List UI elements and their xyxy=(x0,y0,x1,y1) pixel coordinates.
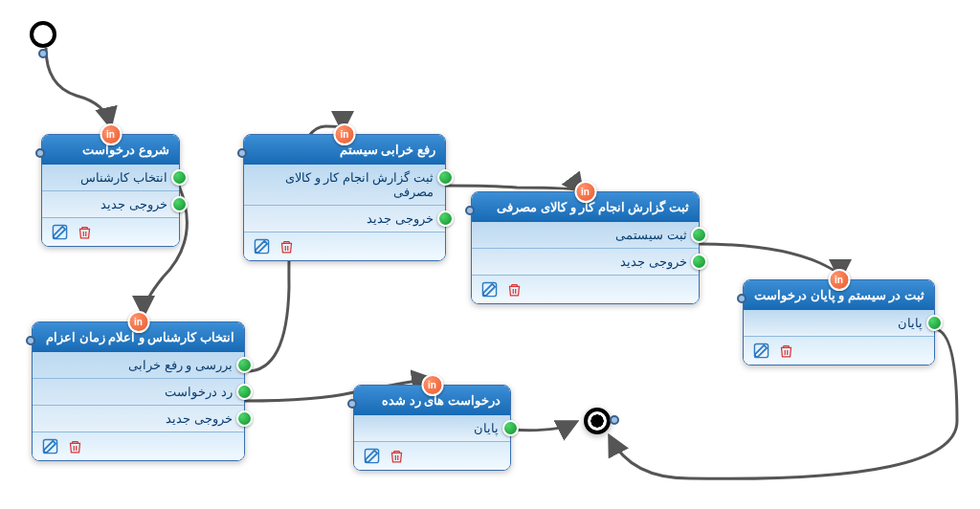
node-output[interactable]: رد درخواست xyxy=(33,378,244,405)
node-footer xyxy=(33,432,244,460)
end-in-port xyxy=(610,415,619,425)
trash-icon[interactable] xyxy=(507,281,522,298)
node-output[interactable]: انتخاب کارشناس xyxy=(42,165,179,190)
node-footer xyxy=(244,232,445,260)
edit-icon[interactable] xyxy=(254,238,270,254)
edit-icon[interactable] xyxy=(52,224,68,240)
svg-rect-4 xyxy=(365,449,378,462)
node-in-dot xyxy=(237,148,247,158)
in-port-icon: in xyxy=(334,123,356,145)
node-in-dot xyxy=(347,399,357,409)
trash-icon[interactable] xyxy=(68,438,82,454)
node-in-dot xyxy=(26,336,35,345)
node-footer xyxy=(472,275,699,303)
node-output[interactable]: خروجی جدید xyxy=(33,405,244,432)
svg-rect-3 xyxy=(43,439,56,453)
in-port-icon: in xyxy=(421,374,443,396)
edit-icon[interactable] xyxy=(753,343,769,359)
start-node[interactable] xyxy=(30,21,56,48)
node-output[interactable]: ثبت سیستمی xyxy=(472,222,699,248)
svg-rect-2 xyxy=(482,282,496,296)
edit-icon[interactable] xyxy=(42,438,58,454)
node-footer xyxy=(42,217,179,246)
in-port-icon: in xyxy=(100,123,122,145)
edit-icon[interactable] xyxy=(481,281,498,298)
start-out-port xyxy=(38,49,48,58)
trash-icon[interactable] xyxy=(78,224,92,240)
node-rejected[interactable]: in درخواست های رد شده پایان xyxy=(353,385,511,471)
node-fix-system[interactable]: in رفع خرابی سیستم ثبت گزارش انجام کار و… xyxy=(243,134,446,261)
trash-icon[interactable] xyxy=(779,343,793,359)
in-port-icon: in xyxy=(574,181,596,203)
svg-rect-0 xyxy=(53,225,66,238)
node-start-request[interactable]: in شروع درخواست انتخاب کارشناس خروجی جدی… xyxy=(41,134,180,247)
svg-rect-5 xyxy=(754,343,768,357)
node-in-dot xyxy=(737,294,746,303)
node-output[interactable]: خروجی جدید xyxy=(244,205,445,232)
node-select-expert[interactable]: in انتخاب کارشناس و اعلام زمان اعزام برر… xyxy=(32,321,245,461)
svg-rect-1 xyxy=(255,239,268,253)
node-output[interactable]: پایان xyxy=(744,310,934,336)
node-finalize[interactable]: in ثبت در سیستم و پایان درخواست پایان xyxy=(743,279,935,365)
in-port-icon: in xyxy=(828,269,850,291)
node-output[interactable]: خروجی جدید xyxy=(42,190,179,217)
in-port-icon: in xyxy=(127,311,149,333)
trash-icon[interactable] xyxy=(279,238,294,254)
node-footer xyxy=(744,336,934,365)
node-output[interactable]: پایان xyxy=(354,415,510,441)
node-output[interactable]: ثبت گزارش انجام کار و کالای مصرفی xyxy=(244,165,445,205)
node-in-dot xyxy=(465,206,475,215)
node-register-report[interactable]: in ثبت گزارش انجام کار و کالای مصرفی ثبت… xyxy=(471,191,700,304)
node-output[interactable]: بررسی و رفع خرابی xyxy=(33,352,244,378)
node-footer xyxy=(354,441,510,470)
node-output[interactable]: خروجی جدید xyxy=(472,248,699,275)
node-in-dot xyxy=(35,148,45,158)
edit-icon[interactable] xyxy=(364,448,380,464)
end-node[interactable] xyxy=(584,408,611,434)
trash-icon[interactable] xyxy=(390,448,404,464)
